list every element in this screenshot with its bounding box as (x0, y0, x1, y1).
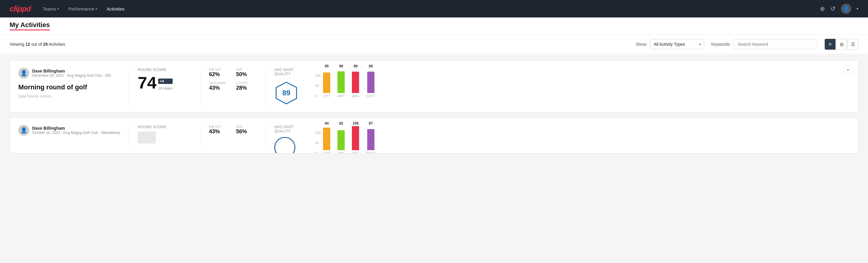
user-menu-chevron[interactable]: ▾ (857, 7, 858, 11)
nav-item-activities[interactable]: Activities (107, 6, 125, 11)
chart-group: 94OTT (323, 121, 330, 153)
user-name: Dave Billingham (32, 126, 120, 130)
avg-shot-quality-section: Avg Shot Quality 89 (274, 68, 310, 105)
show-label: Show: (636, 42, 648, 47)
stat-label: FW Hit (209, 68, 230, 71)
stat-gir: GIR 56% (236, 125, 257, 135)
nav-label-performance: Performance (69, 6, 94, 11)
stat-value: 28% (236, 85, 257, 91)
filter-bar: Viewing 12 out of 29 Activities Show: Al… (0, 35, 868, 54)
card-divider (129, 68, 129, 105)
bar-label-top: 90 (339, 64, 343, 68)
user-name: Dave Billingham (32, 68, 111, 74)
bar-label-top: 106 (352, 121, 359, 125)
chart-group: 89ARG (352, 64, 359, 98)
hexagon: 89 (274, 81, 298, 105)
stat-value: 43% (209, 128, 230, 135)
app-logo: clippd (10, 4, 31, 13)
keywords-label: Keywords: (711, 42, 731, 47)
avatar: 👤 (18, 68, 29, 79)
user-date: December 05, 2021 · Gog Magog Golf Club … (32, 74, 111, 78)
search-input[interactable] (733, 39, 817, 49)
y-label-100: 100 (315, 74, 320, 77)
grid-view-button[interactable]: ⊞ (836, 39, 847, 50)
bar-label-top: 94 (325, 121, 329, 125)
viewing-count: 12 (26, 42, 30, 47)
keywords-filter-group: Keywords: (711, 39, 817, 49)
stats-section: FW Hit 62% GIR 50% Up/Down 43% 1 Putt 28… (209, 68, 257, 91)
chart-group: 90APP (337, 64, 345, 98)
stats-section: FW Hit 43% GIR 56% (209, 125, 257, 135)
nav-item-teams[interactable]: Teams ▾ (43, 6, 59, 11)
stat-gir: GIR 50% (236, 68, 257, 78)
hex-value: 89 (282, 89, 290, 97)
card-divider (200, 68, 200, 105)
chart-group: 82APP (337, 121, 345, 153)
chart-section: 100 50 0 94OTT82APP106ARG87PUTT (310, 125, 850, 153)
chart-x-label: ARG (352, 94, 359, 98)
list-view-button[interactable]: ≡ (825, 39, 836, 50)
stat-fw-hit: FW Hit 43% (209, 125, 230, 135)
y-label-50: 50 (315, 141, 320, 145)
card-user: 👤 Dave Billingham December 05, 2021 · Go… (18, 68, 121, 79)
stat-label: GIR (236, 68, 257, 71)
nav-item-performance[interactable]: Performance ▾ (69, 6, 97, 11)
user-avatar-button[interactable]: 👤 (841, 4, 851, 14)
nav-items: Teams ▾ Performance ▾ Activities (43, 6, 808, 11)
stat-label: FW Hit (209, 125, 230, 128)
sub-header: My Activities (0, 18, 868, 35)
score-badge: +4 (158, 79, 172, 84)
y-label-0: 0 (315, 151, 320, 153)
avg-shot-quality-label: Avg Shot Quality (274, 68, 310, 76)
viewing-suffix: Activities (48, 42, 65, 47)
stat-value: 43% (209, 85, 230, 91)
bar-label-top: 87 (369, 121, 373, 125)
activity-type-select-wrapper: All Activity Types ▾ (650, 39, 704, 49)
add-icon[interactable]: ⊕ (820, 5, 825, 12)
navbar: clippd Teams ▾ Performance ▾ Activities … (0, 0, 868, 18)
bar (352, 126, 359, 150)
bar (323, 72, 330, 93)
avg-shot-quality-label: Avg Shot Quality (274, 125, 310, 133)
y-label-0: 0 (315, 94, 320, 98)
view-toggle: ≡ ⊞ ☰ (825, 39, 858, 50)
stat-1putt: 1 Putt 28% (236, 81, 257, 91)
viewing-prefix: Viewing (10, 42, 26, 47)
round-score-label: Round Score (138, 125, 192, 129)
stat-value: 62% (209, 71, 230, 78)
compact-view-button[interactable]: ☰ (847, 39, 858, 50)
y-label-100: 100 (315, 131, 320, 135)
chart-x-label: OTT (323, 94, 330, 98)
score-main: 74 +4 18 Holes (138, 74, 192, 91)
activity-type-select[interactable]: All Activity Types (650, 39, 704, 49)
y-label-50: 50 (315, 84, 320, 88)
bar (337, 130, 345, 150)
user-info: Dave Billingham October 16, 2021 · Gog M… (32, 126, 120, 135)
nav-label-activities: Activities (107, 6, 125, 11)
chart-x-label: PUTT (366, 94, 375, 98)
card-divider (266, 68, 266, 105)
score-number: 74 (138, 74, 156, 91)
card-left: 👤 Dave Billingham October 16, 2021 · Gog… (18, 125, 121, 137)
bar (367, 129, 374, 150)
viewing-middle: out of (30, 42, 43, 47)
user-icon: 👤 (843, 5, 849, 12)
round-score-label: Round Score (138, 68, 192, 72)
quality-circle (274, 137, 296, 153)
score-placeholder (138, 132, 156, 144)
bar-label-top: 89 (354, 64, 358, 68)
chart-x-label: APP (338, 94, 344, 98)
bar (352, 71, 359, 93)
nav-label-teams: Teams (43, 6, 56, 11)
refresh-icon[interactable]: ↺ (830, 5, 836, 12)
card-divider (266, 125, 266, 146)
show-filter-group: Show: All Activity Types ▾ (636, 39, 704, 49)
stat-fw-hit: FW Hit 62% (209, 68, 230, 78)
nav-right: ⊕ ↺ 👤 ▾ (820, 4, 858, 14)
round-score-section: Round Score 74 +4 18 Holes (138, 68, 192, 91)
activity-card: ✏ 👤 Dave Billingham December 05, 2021 · … (10, 60, 858, 113)
bar-label-top: 82 (339, 121, 343, 125)
stat-value: 56% (236, 128, 257, 135)
chart-x-label: APP (338, 151, 344, 153)
stat-value: 50% (236, 71, 257, 78)
